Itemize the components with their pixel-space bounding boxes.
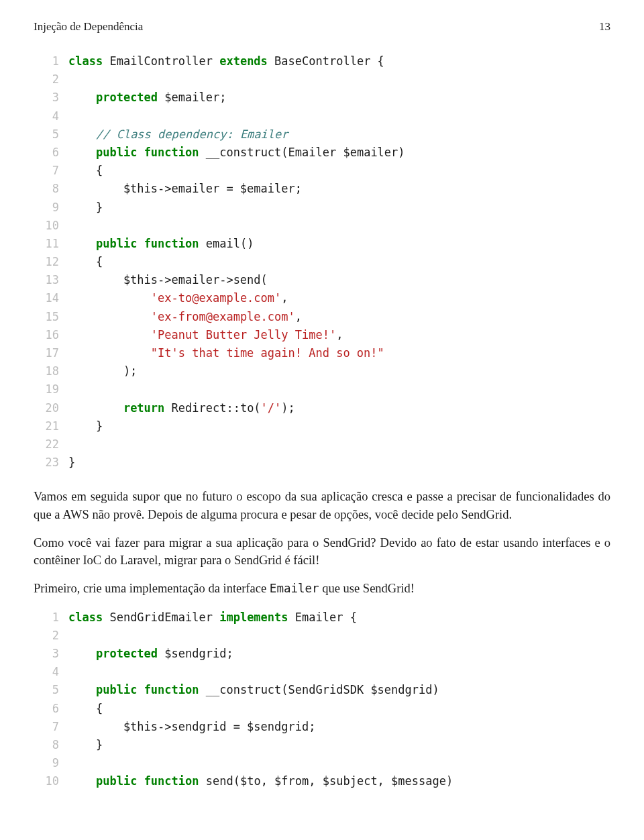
code-line: 8 } [34, 736, 610, 754]
code-content: // Class dependency: Emailer [68, 125, 610, 144]
code-content: protected $emailer; [68, 89, 610, 107]
line-number: 15 [34, 308, 68, 326]
code-line: 3 protected $sendgrid; [34, 645, 610, 663]
page-number: 13 [599, 20, 610, 34]
paragraph-3: Primeiro, crie uma implementação da inte… [34, 580, 610, 597]
code-line: 6 { [34, 700, 610, 718]
line-number: 13 [34, 271, 68, 289]
code-content [68, 107, 610, 125]
line-number: 20 [34, 399, 68, 417]
paragraph-3-inline-code: Emailer [270, 582, 319, 595]
code-content: public function __construct(SendGridSDK … [68, 681, 610, 699]
code-line: 18 ); [34, 362, 610, 380]
paragraph-3-post: que use SendGrid! [319, 582, 415, 595]
code-line: 9 [34, 754, 610, 772]
code-content [68, 380, 610, 399]
code-content [68, 627, 610, 645]
line-number: 22 [34, 435, 68, 454]
code-line: 2 [34, 70, 610, 89]
code-line: 14 'ex-to@example.com', [34, 289, 610, 307]
code-line: 13 $this->emailer->send( [34, 271, 610, 289]
line-number: 2 [34, 627, 68, 645]
line-number: 6 [34, 700, 68, 718]
code-content: $this->emailer->send( [68, 271, 610, 289]
code-line: 20 return Redirect::to('/'); [34, 399, 610, 417]
line-number: 3 [34, 645, 68, 663]
code-content: } [68, 199, 610, 217]
line-number: 7 [34, 162, 68, 180]
code-line: 2 [34, 627, 610, 645]
code-line: 23} [34, 454, 610, 472]
line-number: 10 [34, 772, 68, 790]
code-line: 8 $this->emailer = $emailer; [34, 180, 610, 198]
code-content [68, 663, 610, 681]
line-number: 12 [34, 253, 68, 271]
code-line: 7 $this->sendgrid = $sendgrid; [34, 718, 610, 736]
code-content: public function email() [68, 235, 610, 253]
code-line: 11 public function email() [34, 235, 610, 253]
code-content: 'Peanut Butter Jelly Time!', [68, 326, 610, 344]
line-number: 5 [34, 125, 68, 144]
code-line: 6 public function __construct(Emailer $e… [34, 144, 610, 162]
code-content [68, 217, 610, 235]
code-content: 'ex-to@example.com', [68, 289, 610, 307]
code-line: 21 } [34, 417, 610, 435]
code-line: 10 public function send($to, $from, $sub… [34, 772, 610, 790]
paragraph-3-pre: Primeiro, crie uma implementação da inte… [34, 582, 270, 595]
code-content: $this->sendgrid = $sendgrid; [68, 718, 610, 736]
code-content: protected $sendgrid; [68, 645, 610, 663]
line-number: 14 [34, 289, 68, 307]
line-number: 17 [34, 344, 68, 362]
code-content: } [68, 736, 610, 754]
line-number: 2 [34, 70, 68, 89]
code-content: class SendGridEmailer implements Emailer… [68, 609, 610, 627]
line-number: 9 [34, 199, 68, 217]
line-number: 4 [34, 107, 68, 125]
code-content: 'ex-from@example.com', [68, 308, 610, 326]
line-number: 18 [34, 362, 68, 380]
code-content [68, 435, 610, 454]
line-number: 23 [34, 454, 68, 472]
paragraph-1: Vamos em seguida supor que no futuro o e… [34, 488, 610, 523]
line-number: 16 [34, 326, 68, 344]
line-number: 9 [34, 754, 68, 772]
line-number: 11 [34, 235, 68, 253]
line-number: 4 [34, 663, 68, 681]
code-line: 5 // Class dependency: Emailer [34, 125, 610, 144]
code-content: public function send($to, $from, $subjec… [68, 772, 610, 790]
code-content: } [68, 417, 610, 435]
code-content: { [68, 700, 610, 718]
page-header: Injeção de Dependência 13 [34, 20, 610, 34]
code-line: 1class EmailController extends BaseContr… [34, 52, 610, 70]
code-line: 9 } [34, 199, 610, 217]
code-line: 1class SendGridEmailer implements Emaile… [34, 609, 610, 627]
line-number: 21 [34, 417, 68, 435]
code-content: { [68, 253, 610, 271]
code-line: 15 'ex-from@example.com', [34, 308, 610, 326]
line-number: 5 [34, 681, 68, 699]
code-line: 4 [34, 107, 610, 125]
code-line: 16 'Peanut Butter Jelly Time!', [34, 326, 610, 344]
code-content: $this->emailer = $emailer; [68, 180, 610, 198]
code-block-1: 1class EmailController extends BaseContr… [34, 52, 610, 472]
line-number: 19 [34, 380, 68, 399]
code-content: { [68, 162, 610, 180]
code-line: 5 public function __construct(SendGridSD… [34, 681, 610, 699]
code-content: } [68, 454, 610, 472]
code-block-2: 1class SendGridEmailer implements Emaile… [34, 609, 610, 791]
code-line: 7 { [34, 162, 610, 180]
code-content: "It's that time again! And so on!" [68, 344, 610, 362]
code-content [68, 70, 610, 89]
line-number: 1 [34, 609, 68, 627]
code-line: 22 [34, 435, 610, 454]
code-content: ); [68, 362, 610, 380]
chapter-title: Injeção de Dependência [34, 20, 143, 34]
code-content: class EmailController extends BaseContro… [68, 52, 610, 70]
paragraph-2: Como você vai fazer para migrar a sua ap… [34, 534, 610, 570]
code-line: 4 [34, 663, 610, 681]
line-number: 7 [34, 718, 68, 736]
code-line: 19 [34, 380, 610, 399]
line-number: 10 [34, 217, 68, 235]
code-line: 17 "It's that time again! And so on!" [34, 344, 610, 362]
line-number: 8 [34, 180, 68, 198]
